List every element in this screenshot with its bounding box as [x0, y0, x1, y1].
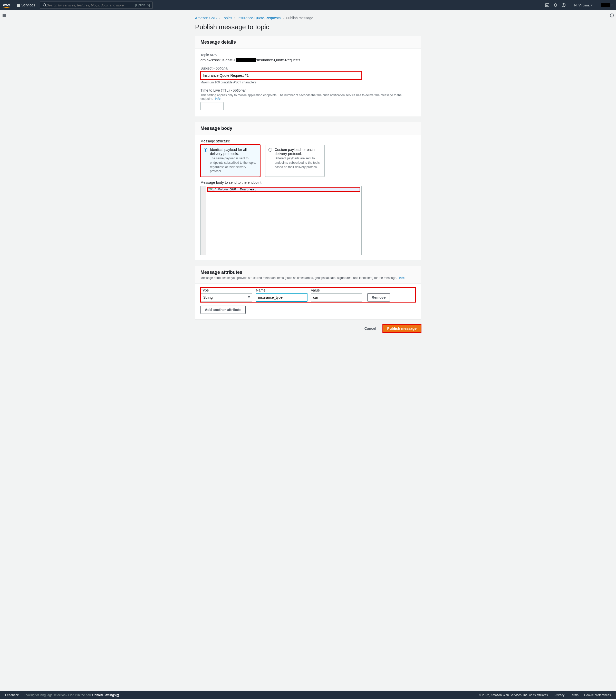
- caret-down-icon: [611, 5, 613, 6]
- services-label: Services: [21, 3, 35, 7]
- breadcrumb-link-sns[interactable]: Amazon SNS: [195, 16, 217, 20]
- ttl-input[interactable]: [200, 102, 224, 110]
- svg-point-0: [43, 4, 46, 6]
- editor-line-1: 2017 Volvo S60, Montreal: [207, 187, 360, 191]
- radio-icon: [268, 148, 272, 151]
- panel-message-details: Message details Topic ARN arn:aws:sns:us…: [195, 36, 421, 117]
- cancel-button[interactable]: Cancel: [361, 324, 380, 332]
- main-content: Amazon SNS › Topics › Insurance-Quote-Re…: [187, 10, 429, 351]
- message-body-editor[interactable]: 1 2017 Volvo S60, Montreal: [200, 186, 362, 255]
- account-menu[interactable]: [601, 3, 613, 7]
- radio-identical-payload[interactable]: Identical payload for all delivery proto…: [200, 145, 260, 177]
- help-icon[interactable]: [562, 3, 566, 7]
- region-selector[interactable]: N. Virginia: [574, 3, 593, 7]
- subject-help: Maximum 100 printable ASCII characters: [200, 81, 416, 84]
- side-panel-toggle-right[interactable]: [610, 13, 614, 18]
- attr-name-input[interactable]: [256, 293, 307, 302]
- search-icon: [43, 3, 47, 7]
- panel-heading: Message details: [200, 40, 416, 45]
- panel-heading: Message body: [200, 126, 416, 131]
- arn-redacted: [236, 58, 256, 62]
- page-title: Publish message to topic: [195, 23, 421, 31]
- region-label: N. Virginia: [574, 3, 590, 7]
- breadcrumb-link-topics[interactable]: Topics: [222, 16, 232, 20]
- ttl-label: Time to Live (TTL) - optional: [200, 88, 416, 92]
- search-input[interactable]: [47, 3, 135, 7]
- attr-type-label: Type: [201, 288, 252, 292]
- services-menu[interactable]: Services: [14, 3, 38, 7]
- arn-value: arn:aws:sns:us-east-1:Insurance-Quote-Re…: [200, 58, 416, 62]
- radio-desc: The same payload is sent to endpoints su…: [210, 156, 257, 173]
- editor-label: Message body to send to the endpoint: [200, 181, 416, 185]
- ttl-help: This setting applies only to mobile appl…: [200, 93, 416, 101]
- subject-label: Subject - optional: [200, 66, 416, 70]
- radio-title: Identical payload for all delivery proto…: [210, 147, 257, 156]
- breadcrumb-current: Publish message: [286, 16, 313, 20]
- attr-type-select[interactable]: String: [201, 293, 252, 302]
- svg-point-6: [564, 6, 564, 6]
- attr-name-label: Name: [256, 288, 307, 292]
- add-attribute-button[interactable]: Add another attribute: [200, 306, 246, 314]
- svg-point-12: [612, 16, 612, 16]
- panel-message-body: Message body Message structure Identical…: [195, 122, 421, 261]
- notifications-icon[interactable]: [553, 3, 558, 7]
- subject-input[interactable]: [200, 71, 362, 80]
- radio-icon: [204, 148, 207, 151]
- structure-label: Message structure: [200, 139, 416, 143]
- attr-value-label: Value: [311, 288, 362, 292]
- arn-label: Topic ARN: [200, 53, 416, 57]
- chevron-right-icon: ›: [234, 16, 235, 20]
- editor-gutter: 1: [201, 186, 206, 255]
- side-panel-toggle-left[interactable]: [2, 13, 6, 18]
- aws-logo[interactable]: aws: [3, 3, 10, 8]
- grid-icon: [17, 4, 20, 7]
- panel-message-attributes: Message attributes Message attributes le…: [195, 266, 421, 319]
- ttl-info-link[interactable]: Info: [215, 97, 221, 101]
- radio-custom-payload[interactable]: Custom payload for each delivery protoco…: [265, 145, 325, 177]
- top-nav: aws Services [Option+S] N. Virginia: [0, 0, 616, 10]
- action-row: Cancel Publish message: [195, 324, 421, 332]
- panel-heading: Message attributes: [200, 270, 416, 275]
- search-shortcut-hint: [Option+S]: [135, 3, 150, 7]
- caret-down-icon: [591, 5, 593, 6]
- chevron-right-icon: ›: [283, 16, 284, 20]
- panel-subtext: Message attributes let you provide struc…: [200, 276, 416, 280]
- breadcrumb-link-topic[interactable]: Insurance-Quote-Requests: [237, 16, 280, 20]
- account-redacted: [601, 3, 610, 7]
- breadcrumb: Amazon SNS › Topics › Insurance-Quote-Re…: [195, 14, 421, 23]
- chevron-right-icon: ›: [219, 16, 220, 20]
- attrs-info-link[interactable]: Info: [399, 276, 405, 280]
- publish-message-button[interactable]: Publish message: [383, 324, 421, 332]
- svg-line-1: [45, 6, 47, 7]
- cloudshell-icon[interactable]: [545, 3, 549, 7]
- attr-value-input[interactable]: [311, 293, 362, 302]
- remove-attribute-button[interactable]: Remove: [367, 293, 390, 302]
- radio-desc: Different payloads are sent to endpoints…: [275, 156, 322, 169]
- global-search[interactable]: [Option+S]: [40, 2, 153, 9]
- radio-title: Custom payload for each delivery protoco…: [275, 147, 322, 156]
